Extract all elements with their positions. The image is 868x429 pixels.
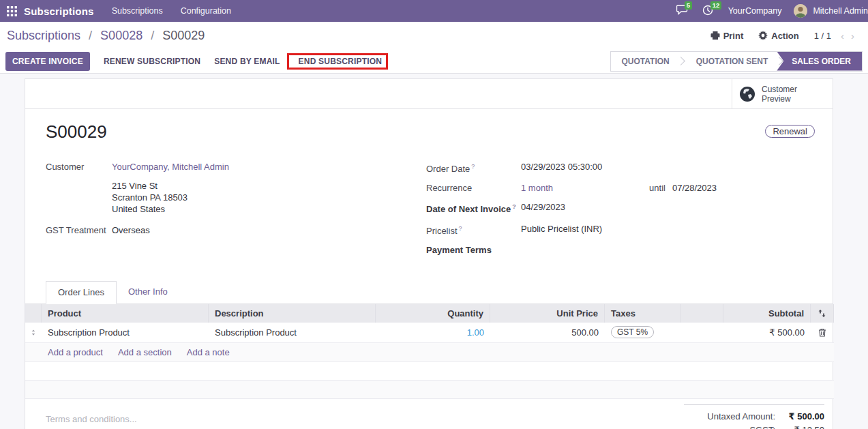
breadcrumb-subscriptions[interactable]: Subscriptions [7,29,80,42]
left-field-column: Customer YourCompany, Mitchell Admin 215… [46,161,400,263]
pager: 1 / 1 ‹› [814,30,861,42]
create-invoice-button[interactable]: CREATE INVOICE [5,52,90,71]
end-subscription-button[interactable]: END SUBSCRIPTION [299,57,383,66]
gear-icon [758,31,768,40]
header-handle-column [25,304,42,323]
renewal-ribbon: Renewal [765,125,815,138]
app-title[interactable]: Subscriptions [24,5,94,17]
activities-button[interactable]: 12 [702,5,716,17]
customer-address: 215 Vine St Scranton PA 18503 United Sta… [112,180,400,215]
stage-statusbar: QUOTATION QUOTATION SENT SALES ORDER [610,51,863,72]
empty-row [25,381,834,399]
cell-unit-price[interactable]: 500.00 [490,323,605,343]
untaxed-amount-value: ₹ 500.00 [775,410,824,424]
tab-order-lines[interactable]: Order Lines [46,281,117,304]
header-taxes: Taxes [605,304,681,323]
optional-columns-icon [818,309,826,318]
drag-handle-icon [31,329,35,336]
breadcrumb-separator: / [151,29,154,42]
tax-tag[interactable]: GST 5% [611,326,654,338]
pager-arrows[interactable]: ‹› [841,30,861,42]
company-switcher[interactable]: YourCompany [728,6,782,16]
add-a-section-link[interactable]: Add a section [118,347,172,357]
customer-preview-button[interactable]: Customer Preview [732,79,833,108]
cell-subtotal: ₹ 500.00 [723,323,811,343]
add-a-product-link[interactable]: Add a product [48,347,103,357]
pricelist-field[interactable]: Public Pricelist (INR) [521,223,602,237]
title-row: S00029 Renewal [46,121,812,146]
customer-preview-label: Customer Preview [762,85,803,104]
add-line-row: Add a product Add a section Add a note [25,343,834,362]
form-view: Customer Preview S00029 Renewal Customer… [0,74,868,429]
until-label: until [649,182,665,194]
sgst-label: SGST: [684,424,775,429]
stage-quotation-sent[interactable]: QUOTATION SENT [685,52,779,71]
tab-other-info[interactable]: Other Info [117,281,179,304]
print-button[interactable]: Print [710,31,744,41]
order-date-field[interactable]: 03/29/2023 05:30:00 [521,161,602,175]
pager-next-icon[interactable]: › [851,30,861,42]
customer-label: Customer [46,161,112,173]
menu-configuration[interactable]: Configuration [181,6,231,16]
add-a-note-link[interactable]: Add a note [187,347,230,357]
annotation-highlight-box: END SUBSCRIPTION [287,53,389,70]
order-date-label: Order Date? [426,161,521,175]
gst-treatment-field[interactable]: Overseas [112,224,150,236]
user-menu[interactable]: Mitchell Admin [813,6,868,16]
cell-quantity[interactable]: 1.00 [376,323,490,343]
renew-subscription-button[interactable]: RENEW SUBSCRIPTION [104,57,200,66]
order-lines-table: Product Description Quantity Unit Price … [25,304,834,399]
notebook-tabs: Order Lines Other Info [25,281,833,304]
cell-product[interactable]: Subscription Product [42,323,209,343]
send-by-email-button[interactable]: SEND BY EMAIL [214,57,280,66]
pager-prev-icon[interactable]: ‹ [841,30,851,42]
notes-totals-section: Terms and conditions... Untaxed Amount: … [25,399,833,429]
stage-quotation[interactable]: QUOTATION [611,52,680,71]
until-date-field[interactable]: 07/28/2023 [672,182,717,194]
menu-subscriptions[interactable]: Subscriptions [112,6,163,16]
cell-taxes[interactable]: GST 5% [605,323,681,343]
action-menu-button[interactable]: Action [758,31,798,41]
printer-icon [710,31,720,40]
activities-count-badge: 12 [710,1,722,10]
header-description: Description [209,304,376,323]
totals-block: Untaxed Amount: ₹ 500.00 SGST: ₹ 12.50 [684,404,824,429]
help-marker: ? [471,163,475,170]
stage-sales-order[interactable]: SALES ORDER [777,52,862,71]
breadcrumb-separator: / [89,29,92,42]
optional-columns-button[interactable] [811,304,834,323]
user-avatar[interactable] [794,4,807,18]
pager-count: 1 / 1 [814,31,831,41]
cell-description[interactable]: Subscription Product [209,323,376,343]
gst-treatment-label: GST Treatment [46,224,112,236]
record-controls: Print Action 1 / 1 ‹› [710,30,861,42]
header-quantity: Quantity [376,304,490,323]
untaxed-amount-label: Untaxed Amount: [684,410,775,424]
empty-row [25,362,834,381]
navbar-left: Subscriptions Subscriptions Configuratio… [7,5,231,17]
customer-field[interactable]: YourCompany, Mitchell Admin [112,161,229,173]
sgst-value: ₹ 12.50 [775,424,824,429]
header-spacer [681,304,723,323]
field-group: Customer YourCompany, Mitchell Admin 215… [46,161,812,263]
smart-button-strip: Customer Preview [25,79,833,109]
globe-icon [739,86,755,102]
address-line-3: United States [112,203,400,215]
apps-grid-icon[interactable] [7,6,17,16]
help-marker: ? [459,225,462,232]
terms-and-conditions-input[interactable]: Terms and conditions... [46,414,137,429]
messages-button[interactable]: 5 [676,5,690,17]
address-line-1: 215 Vine St [112,180,400,192]
recurrence-field[interactable]: 1 month [521,182,649,194]
messages-count-badge: 5 [685,1,692,10]
next-invoice-field[interactable]: 04/29/2023 [521,201,565,215]
delete-row-button[interactable] [811,323,834,343]
record-sheet: Customer Preview S00029 Renewal Customer… [25,78,833,429]
breadcrumb-current: S00029 [162,29,205,42]
row-drag-handle[interactable] [25,323,42,343]
action-label: Action [771,31,798,41]
recurrence-label: Recurrence [426,182,521,194]
top-navbar: Subscriptions Subscriptions Configuratio… [0,0,868,22]
breadcrumb-s00028[interactable]: S00028 [100,29,143,42]
payment-terms-label: Payment Terms [426,244,521,256]
